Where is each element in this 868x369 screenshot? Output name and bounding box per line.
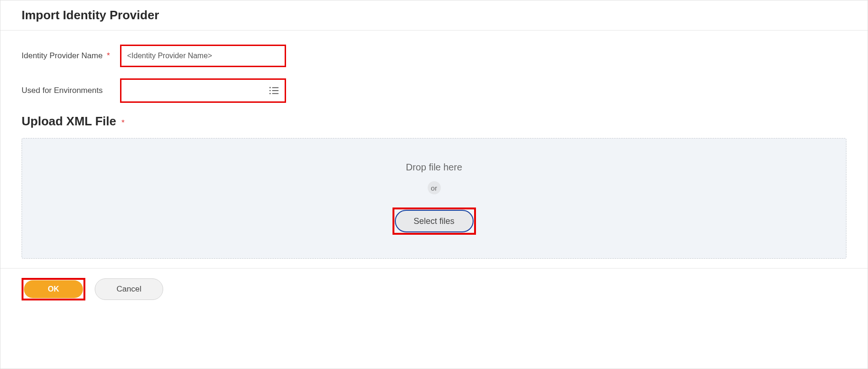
environments-label: Used for Environments: [22, 86, 120, 95]
required-asterisk: *: [121, 118, 125, 127]
dialog-footer: OK Cancel: [0, 268, 868, 310]
environments-select-wrap: [120, 78, 286, 103]
upload-title-text: Upload XML File: [22, 114, 116, 128]
idp-name-input-wrap: [120, 45, 286, 67]
idp-name-row: Identity Provider Name *: [22, 45, 846, 67]
page-title: Import Identity Provider: [22, 8, 846, 23]
select-files-highlight: Select files: [392, 208, 476, 235]
environments-row: Used for Environments: [22, 78, 846, 103]
idp-name-input[interactable]: [120, 45, 286, 67]
cancel-button[interactable]: Cancel: [95, 278, 163, 300]
svg-rect-5: [272, 93, 279, 94]
drop-file-text: Drop file here: [31, 162, 837, 173]
svg-rect-3: [272, 90, 279, 91]
svg-point-0: [270, 87, 271, 88]
idp-name-label-text: Identity Provider Name: [22, 51, 103, 60]
form-content: Identity Provider Name * Used for Enviro…: [0, 31, 868, 268]
or-divider: or: [428, 181, 441, 194]
required-asterisk: *: [107, 51, 110, 60]
list-picker-icon: [269, 86, 279, 95]
ok-button[interactable]: OK: [24, 280, 83, 298]
page-header: Import Identity Provider: [0, 0, 868, 31]
svg-rect-1: [272, 87, 279, 88]
ok-highlight: OK: [22, 278, 85, 300]
idp-name-label: Identity Provider Name *: [22, 51, 120, 61]
file-dropzone[interactable]: Drop file here or Select files: [22, 138, 846, 259]
select-files-button[interactable]: Select files: [395, 210, 474, 232]
upload-section-title: Upload XML File *: [22, 114, 846, 129]
svg-point-2: [270, 90, 271, 92]
svg-point-4: [270, 93, 271, 94]
environments-select[interactable]: [120, 78, 286, 103]
environments-label-text: Used for Environments: [22, 86, 103, 95]
